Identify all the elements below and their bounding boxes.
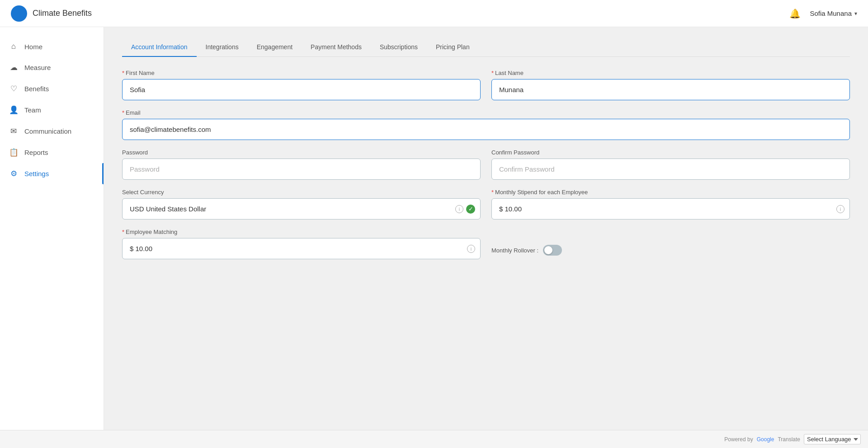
employee-matching-input[interactable]	[122, 238, 481, 259]
sidebar-label-measure: Measure	[24, 64, 51, 71]
stipend-input[interactable]	[491, 198, 850, 219]
stipend-icons: i	[836, 205, 844, 213]
first-name-input[interactable]	[122, 79, 481, 100]
sidebar-item-communication[interactable]: ✉ Communication	[0, 121, 104, 142]
stipend-label: *Monthly Stipend for each Employee	[491, 189, 850, 196]
stipend-group: *Monthly Stipend for each Employee i	[491, 189, 850, 219]
sidebar: ⌂ Home ☁ Measure ♡ Benefits 👤 Team ✉ Com…	[0, 27, 104, 448]
tab-pricing-plan[interactable]: Pricing Plan	[427, 38, 479, 57]
currency-wrapper: i ✓	[122, 198, 481, 219]
sidebar-item-home[interactable]: ⌂ Home	[0, 36, 104, 57]
last-name-input[interactable]	[491, 79, 850, 100]
chevron-down-icon: ▾	[854, 10, 857, 17]
name-row: *First Name *Last Name	[122, 70, 850, 100]
email-group: *Email	[122, 109, 850, 140]
currency-info-icon[interactable]: i	[455, 205, 463, 213]
team-icon: 👤	[9, 105, 18, 115]
currency-icons: i ✓	[455, 205, 475, 214]
header-left: Climate Benefits	[11, 5, 92, 22]
sidebar-label-communication: Communication	[24, 127, 71, 135]
header-right: 🔔 Sofia Munana ▾	[789, 8, 857, 19]
powered-by-text: Powered by	[724, 436, 753, 443]
monthly-rollover-label: Monthly Rollover :	[491, 247, 538, 254]
tab-integrations[interactable]: Integrations	[197, 38, 248, 57]
monthly-rollover-toggle[interactable]	[543, 245, 562, 256]
benefits-icon: ♡	[9, 84, 18, 93]
sidebar-label-team: Team	[24, 106, 41, 114]
toggle-knob	[544, 246, 552, 254]
communication-icon: ✉	[9, 126, 18, 136]
user-menu[interactable]: Sofia Munana ▾	[810, 9, 857, 17]
currency-input[interactable]	[122, 198, 481, 219]
sidebar-label-home: Home	[24, 43, 42, 51]
first-name-group: *First Name	[122, 70, 481, 100]
tab-bar: Account Information Integrations Engagem…	[122, 38, 850, 57]
google-text: Google	[757, 436, 774, 443]
password-label: Password	[122, 149, 481, 156]
currency-stipend-row: Select Currency i ✓ *Monthly Stipend for…	[122, 189, 850, 219]
email-label: *Email	[122, 109, 850, 116]
matching-wrapper: i	[122, 238, 481, 259]
tab-payment-methods[interactable]: Payment Methods	[302, 38, 371, 57]
password-input[interactable]	[122, 159, 481, 180]
currency-group: Select Currency i ✓	[122, 189, 481, 219]
translate-text: Translate	[778, 436, 800, 443]
notification-bell-icon[interactable]: 🔔	[789, 8, 801, 19]
confirm-password-group: Confirm Password	[491, 149, 850, 180]
account-info-form: *First Name *Last Name *Email	[122, 70, 850, 259]
app-header: Climate Benefits 🔔 Sofia Munana ▾	[0, 0, 868, 27]
tab-engagement[interactable]: Engagement	[248, 38, 302, 57]
language-select[interactable]: Select Language	[804, 434, 861, 444]
sidebar-item-team[interactable]: 👤 Team	[0, 99, 104, 121]
currency-check-icon: ✓	[466, 205, 475, 214]
first-name-label: *First Name	[122, 70, 481, 76]
matching-icons: i	[467, 245, 475, 253]
tab-account-information[interactable]: Account Information	[122, 38, 197, 57]
last-name-group: *Last Name	[491, 70, 850, 100]
email-input[interactable]	[122, 119, 850, 140]
sidebar-label-reports: Reports	[24, 149, 48, 156]
confirm-password-label: Confirm Password	[491, 149, 850, 156]
sidebar-item-reports[interactable]: 📋 Reports	[0, 142, 104, 163]
stipend-info-icon[interactable]: i	[836, 205, 844, 213]
logo-circle	[11, 5, 27, 22]
main-content: Account Information Integrations Engagem…	[104, 27, 868, 448]
sidebar-item-measure[interactable]: ☁ Measure	[0, 57, 104, 78]
confirm-password-input[interactable]	[491, 159, 850, 180]
sidebar-label-benefits: Benefits	[24, 85, 49, 93]
stipend-wrapper: i	[491, 198, 850, 219]
sidebar-item-benefits[interactable]: ♡ Benefits	[0, 78, 104, 99]
matching-rollover-row: *Employee Matching i Monthly Rollover :	[122, 229, 850, 259]
tab-subscriptions[interactable]: Subscriptions	[371, 38, 427, 57]
password-group: Password	[122, 149, 481, 180]
matching-info-icon[interactable]: i	[467, 245, 475, 253]
sidebar-label-settings: Settings	[24, 170, 49, 177]
rollover-inline: Monthly Rollover :	[491, 245, 850, 256]
employee-matching-group: *Employee Matching i	[122, 229, 481, 259]
home-icon: ⌂	[9, 42, 18, 51]
employee-matching-label: *Employee Matching	[122, 229, 481, 235]
app-name: Climate Benefits	[33, 9, 92, 18]
last-name-label: *Last Name	[491, 70, 850, 76]
settings-icon: ⚙	[9, 169, 18, 178]
reports-icon: 📋	[9, 148, 18, 157]
footer-bar: Powered by Google Translate Select Langu…	[0, 430, 868, 448]
currency-label: Select Currency	[122, 189, 481, 196]
monthly-rollover-group: Monthly Rollover :	[491, 229, 850, 256]
layout: ⌂ Home ☁ Measure ♡ Benefits 👤 Team ✉ Com…	[0, 0, 868, 448]
email-row: *Email	[122, 109, 850, 140]
password-row: Password Confirm Password	[122, 149, 850, 180]
sidebar-item-settings[interactable]: ⚙ Settings	[0, 163, 104, 184]
measure-icon: ☁	[9, 63, 18, 72]
user-name-label: Sofia Munana	[810, 9, 852, 17]
